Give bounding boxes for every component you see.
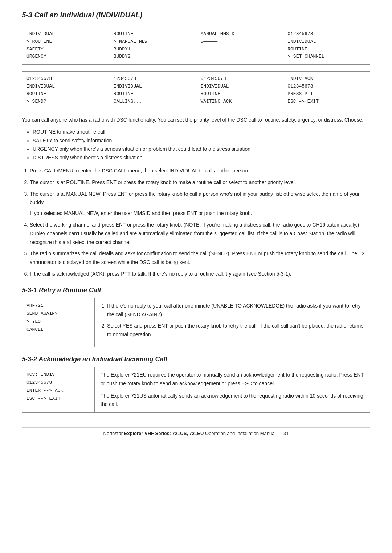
step-2: The cursor is at ROUTINE. Press ENT or p… bbox=[30, 178, 370, 187]
footer-text: Northstar Explorer VHF Series: 721US, 72… bbox=[103, 431, 276, 436]
screen-box-1-1: INDIVIDUAL > ROUTINE SAFETY URGENCY bbox=[22, 27, 109, 65]
ack-screen-box: RCV: INDIV 012345678 ENTER --> ACK ESC -… bbox=[22, 367, 95, 413]
description-paragraph: You can call anyone who has a radio with… bbox=[22, 116, 370, 124]
screen-line: BUDDY2 bbox=[114, 53, 192, 61]
screen-line: SAFETY bbox=[26, 46, 105, 53]
screen-line: ROUTINE bbox=[287, 46, 366, 53]
screen-box-2-4: INDIV ACK 012345678 PRESS PTT ESC –> EXI… bbox=[283, 72, 370, 109]
ack-text: The Explorer 721EU requires the operator… bbox=[95, 367, 370, 413]
step-3-extra: If you selected MANUAL NEW, enter the us… bbox=[30, 209, 370, 218]
page-number: 31 bbox=[283, 431, 289, 436]
screen-line: 12345678 bbox=[114, 75, 192, 83]
screen-line: ROUTINE bbox=[201, 90, 279, 98]
screen-line: > MANUAL NEW bbox=[114, 38, 192, 46]
retry-step-2: Select YES and press ENT or push the rot… bbox=[107, 322, 364, 339]
screen-line: 0————— bbox=[201, 38, 279, 46]
screen-line: ROUTINE bbox=[114, 90, 192, 98]
screen-box-1-2: ROUTINE > MANUAL NEW BUDDY1 BUDDY2 bbox=[109, 27, 196, 65]
screen-line: 012345678 bbox=[287, 31, 366, 38]
ack-screen-line-4: ESC --> EXIT bbox=[26, 395, 90, 403]
ack-section: RCV: INDIV 012345678 ENTER --> ACK ESC -… bbox=[22, 367, 370, 413]
retry-screen-line-1: VHF721 bbox=[26, 302, 90, 310]
bullet-list: ROUTINE to make a routine call SAFETY to… bbox=[33, 128, 370, 162]
screen-box-1-3: MANUAL MMSID 0————— bbox=[196, 27, 283, 65]
screen-line: WAITING ACK bbox=[201, 98, 279, 106]
screen-line: INDIVIDUAL bbox=[26, 83, 105, 90]
screen-grid-row2: 012345678 INDIVIDUAL ROUTINE > SEND? 123… bbox=[22, 71, 370, 109]
retry-screen-line-3: > YES bbox=[26, 318, 90, 326]
bullet-item-4: DISTRESS only when there's a distress si… bbox=[33, 154, 370, 162]
retry-screen-line-2: SEND AGAIN? bbox=[26, 310, 90, 318]
screen-line: MANUAL MMSID bbox=[201, 31, 279, 38]
ack-paragraph-2: The Explorer 721US automatically sends a… bbox=[101, 392, 364, 409]
screen-line: INDIVIDUAL bbox=[114, 83, 192, 90]
screen-line: INDIV ACK bbox=[287, 75, 366, 83]
retry-screen-line-4: CANCEL bbox=[26, 326, 90, 334]
screen-line: CALLING... bbox=[114, 98, 192, 106]
screen-line: INDIVIDUAL bbox=[26, 31, 105, 38]
screen-line: 012345678 bbox=[287, 83, 366, 90]
screen-line: ROUTINE bbox=[26, 90, 105, 98]
step-3: The cursor is at MANUAL NEW. Press ENT o… bbox=[30, 190, 370, 218]
step-6: If the call is acknowledged (ACK), press… bbox=[30, 270, 370, 278]
ack-screen-line-1: RCV: INDIV bbox=[26, 371, 90, 379]
screen-grid-row1: INDIVIDUAL > ROUTINE SAFETY URGENCY ROUT… bbox=[22, 27, 370, 65]
screen-line: INDIVIDUAL bbox=[287, 38, 366, 46]
screen-line: > SET CHANNEL bbox=[287, 53, 366, 61]
section-title: 5-3 Call an Individual (INDIVIDUAL) bbox=[22, 11, 370, 21]
steps-list: Press CALL/MENU to enter the DSC CALL me… bbox=[30, 167, 370, 278]
footer: Northstar Explorer VHF Series: 721US, 72… bbox=[22, 427, 370, 436]
screen-box-2-2: 12345678 INDIVIDUAL ROUTINE CALLING... bbox=[109, 72, 196, 109]
screen-line: URGENCY bbox=[26, 53, 105, 61]
step-4: Select the working channel and press ENT… bbox=[30, 221, 370, 247]
screen-line: > ROUTINE bbox=[26, 38, 105, 46]
subtitle-531: 5-3-1 Retry a Routine Call bbox=[22, 286, 370, 294]
retry-screen-box: VHF721 SEND AGAIN? > YES CANCEL bbox=[22, 298, 95, 347]
screen-line: ROUTINE bbox=[114, 31, 192, 38]
bullet-item-1: ROUTINE to make a routine call bbox=[33, 128, 370, 137]
ack-paragraph-1: The Explorer 721EU requires the operator… bbox=[101, 371, 364, 388]
retry-step-1: If there's no reply to your call after o… bbox=[107, 302, 364, 319]
subtitle-532: 5-3-2 Acknowledge an Individual Incoming… bbox=[22, 355, 370, 363]
screen-line: BUDDY1 bbox=[114, 46, 192, 53]
retry-section: VHF721 SEND AGAIN? > YES CANCEL If there… bbox=[22, 298, 370, 347]
screen-line: ESC –> EXIT bbox=[287, 98, 366, 106]
step-5: The radio summarizes the call details an… bbox=[30, 249, 370, 267]
ack-screen-line-2: 012345678 bbox=[26, 379, 90, 387]
screen-box-2-1: 012345678 INDIVIDUAL ROUTINE > SEND? bbox=[22, 72, 109, 109]
bullet-item-3: URGENCY only when there's a serious situ… bbox=[33, 145, 370, 154]
step-1: Press CALL/MENU to enter the DSC CALL me… bbox=[30, 167, 370, 175]
screen-line: 012345678 bbox=[26, 75, 105, 83]
retry-steps-list: If there's no reply to your call after o… bbox=[107, 302, 364, 339]
retry-text: If there's no reply to your call after o… bbox=[95, 298, 370, 347]
bullet-item-2: SAFETY to send safety information bbox=[33, 137, 370, 145]
ack-screen-line-3: ENTER --> ACK bbox=[26, 387, 90, 395]
screen-box-1-4: 012345678 INDIVIDUAL ROUTINE > SET CHANN… bbox=[283, 27, 370, 65]
screen-line: PRESS PTT bbox=[287, 90, 366, 98]
screen-box-2-3: 012345678 INDIVIDUAL ROUTINE WAITING ACK bbox=[196, 72, 283, 109]
screen-line: 012345678 bbox=[201, 75, 279, 83]
screen-line: > SEND? bbox=[26, 98, 105, 106]
screen-line: INDIVIDUAL bbox=[201, 83, 279, 90]
